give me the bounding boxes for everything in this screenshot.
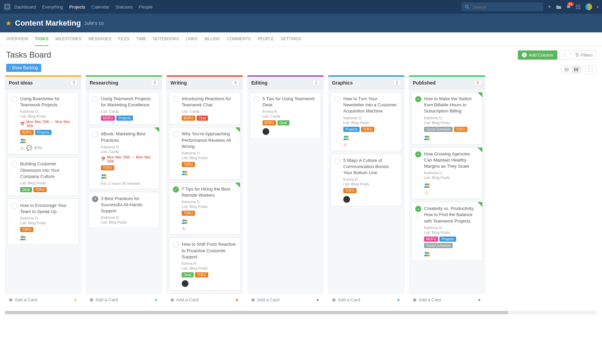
add-card-button[interactable]: ⊕Add a Card✦ (5, 293, 81, 306)
task-card[interactable]: ✓7 Tips for Hiring the Best Remote Worke… (169, 182, 240, 235)
check-circle[interactable] (173, 131, 179, 137)
add-card-button[interactable]: ⊕Add a Card✦ (247, 293, 324, 306)
task-card[interactable]: How to Turn Your Newsletter into a Custo… (331, 92, 402, 151)
add-icon[interactable]: + (547, 3, 551, 11)
task-card[interactable]: 43 Best Practices for Successful All-Han… (88, 192, 160, 228)
tab-messages[interactable]: MESSAGES (88, 32, 111, 46)
assignees-icon[interactable] (424, 251, 430, 257)
list-view-button[interactable] (562, 66, 571, 73)
column-header[interactable]: Graphics2 (328, 77, 405, 89)
add-column-button[interactable]: +Add Column (518, 50, 557, 60)
add-card-button[interactable]: ⊕Add a Card✦ (409, 293, 485, 306)
horizontal-scrollbar[interactable] (5, 311, 597, 314)
check-circle-done[interactable]: ✓ (415, 151, 421, 157)
filters-button[interactable]: Filters (572, 50, 596, 60)
search-icon (465, 5, 469, 9)
avatar[interactable] (182, 280, 189, 287)
check-circle-done[interactable]: ✓ (415, 206, 421, 212)
task-card[interactable]: ✓How Growing Agencies Can Maintain Healt… (411, 147, 483, 199)
board-view-button[interactable] (571, 66, 581, 73)
tag-desk: Desk (277, 120, 289, 125)
more-button[interactable]: ⋮ (559, 50, 570, 60)
assignees-icon[interactable] (20, 235, 26, 241)
check-circle[interactable] (254, 96, 260, 102)
tab-milestones[interactable]: MILESTONES (55, 32, 81, 46)
tab-settings[interactable]: SETTINGS (281, 32, 301, 46)
assignees-icon[interactable] (182, 170, 188, 176)
apps-icon[interactable] (576, 4, 581, 9)
task-card[interactable]: 5 Tips for Using Teamwork DeskEmma R.Lis… (250, 92, 321, 139)
check-circle[interactable] (173, 242, 179, 248)
assignees-icon[interactable] (424, 182, 430, 188)
check-circle[interactable] (92, 131, 98, 137)
nav-calendar[interactable]: Calendar (91, 4, 109, 10)
check-circle[interactable] (11, 96, 17, 102)
add-card-button[interactable]: ⊕Add a Card✦ (328, 293, 405, 306)
task-card[interactable]: Building Customer Obsession into Your Co… (7, 157, 79, 196)
tab-notebooks[interactable]: NOTEBOOKS (153, 32, 179, 46)
nav-dashboard[interactable]: Dashboard (14, 4, 36, 10)
tab-comments[interactable]: COMMENTS (227, 32, 251, 46)
bell-icon[interactable] (566, 4, 571, 10)
quick-add-icon[interactable]: ✦ (73, 297, 77, 303)
check-circle[interactable] (11, 203, 17, 209)
quick-add-icon[interactable]: ✦ (396, 297, 401, 303)
column-header[interactable]: Published0 (409, 77, 485, 89)
nav-projects[interactable]: Projects (69, 4, 85, 10)
show-backlog-button[interactable]: › Show Backlog (6, 64, 41, 72)
logo-icon[interactable] (3, 3, 11, 11)
tab-people[interactable]: PEOPLE (258, 32, 274, 46)
nav-everything[interactable]: Everything (42, 4, 63, 10)
search-input[interactable] (472, 4, 540, 10)
task-card[interactable]: Why You're Approaching Performance Revie… (169, 127, 240, 180)
task-card[interactable]: Using Boardview for Teamwork ProjectsKat… (7, 92, 79, 154)
quick-add-icon[interactable]: ✦ (154, 297, 158, 303)
check-circle[interactable] (173, 96, 179, 102)
nav-people[interactable]: People (139, 4, 152, 10)
add-card-button[interactable]: ⊕Add a Card✦ (166, 293, 243, 306)
quick-add-icon[interactable]: ✦ (477, 297, 481, 303)
tab-billing[interactable]: BILLING (204, 32, 220, 46)
task-card[interactable]: How to Encourage Your Team to Speak UpKa… (7, 199, 79, 245)
check-circle[interactable] (334, 96, 341, 102)
check-badge[interactable]: 4 (92, 196, 98, 202)
task-card[interactable]: Using Teamwork Projects for Marketing Ex… (88, 92, 160, 124)
assignees-icon[interactable] (101, 173, 107, 179)
task-card[interactable]: eBook: Marketing Best PracticesKatriona … (88, 127, 160, 189)
assignees-icon[interactable] (343, 135, 349, 141)
nav-statuses[interactable]: Statuses (116, 4, 133, 10)
column-header[interactable]: Editing1 (247, 77, 324, 89)
add-card-button[interactable]: ⊕Add a Card✦ (86, 293, 162, 306)
column-header[interactable]: Post Ideas3 (5, 77, 81, 89)
search-input-wrap[interactable] (462, 2, 543, 11)
tab-time[interactable]: TIME (136, 32, 146, 46)
task-card[interactable]: Introducing Reactions for Teamwork ChatL… (169, 92, 240, 124)
assignees-icon[interactable] (424, 135, 430, 141)
tab-tasks[interactable]: TASKS (35, 32, 48, 46)
check-circle-done[interactable]: ✓ (415, 96, 421, 102)
task-card[interactable]: How to Shift From Reactive to Proactive … (169, 238, 240, 291)
avatar[interactable] (585, 3, 592, 10)
star-icon[interactable]: ★ (5, 19, 12, 27)
tab-files[interactable]: FILES (118, 32, 130, 46)
fullscreen-button[interactable]: ⛶ (585, 65, 596, 74)
check-circle[interactable] (334, 158, 341, 164)
column-header[interactable]: Researching3 (86, 77, 162, 89)
chevron-down-icon[interactable]: ▾ (597, 5, 599, 9)
task-card[interactable]: 5 Ways A Culture of Communication Boosts… (331, 154, 402, 207)
check-circle[interactable] (92, 96, 98, 102)
folder-icon[interactable] (556, 4, 561, 9)
task-card[interactable]: ✓Creativity vs. Productivity: How to Fin… (411, 202, 483, 261)
tab-links[interactable]: LINKS (186, 32, 198, 46)
check-circle-done[interactable]: ✓ (173, 186, 179, 193)
quick-add-icon[interactable]: ✦ (235, 297, 239, 303)
tab-overview[interactable]: OVERVIEW (6, 32, 28, 46)
avatar[interactable] (262, 128, 269, 135)
task-card[interactable]: ✓How to Make the Switch from Billable Ho… (411, 92, 483, 145)
check-circle[interactable] (11, 161, 17, 167)
avatar[interactable] (343, 196, 350, 203)
quick-add-icon[interactable]: ✦ (316, 297, 320, 303)
assignees-icon[interactable] (20, 138, 26, 144)
assignees-icon[interactable] (182, 218, 188, 225)
column-header[interactable]: Writing3 (166, 77, 243, 89)
